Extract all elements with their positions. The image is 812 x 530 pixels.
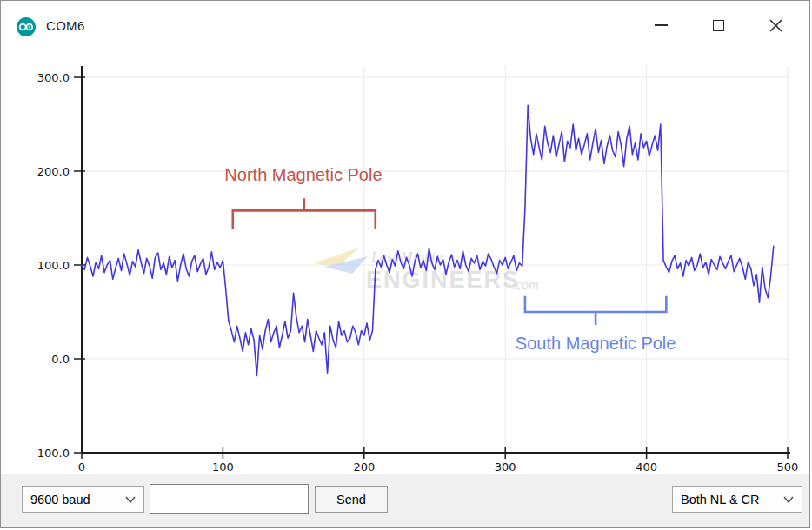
y-tick-label: 0.0 xyxy=(51,353,70,366)
x-tick-label: 100 xyxy=(212,460,234,474)
annotation-label: North Magnetic Pole xyxy=(224,165,382,184)
minimize-button[interactable] xyxy=(632,1,689,50)
x-tick-label: 0 xyxy=(78,460,85,474)
titlebar: COM6 xyxy=(1,1,809,50)
send-button[interactable]: Send xyxy=(315,486,388,513)
window-title: COM6 xyxy=(46,18,85,33)
x-tick-label: 300 xyxy=(495,460,516,474)
serial-message-input[interactable] xyxy=(150,484,309,514)
window-controls xyxy=(632,1,804,50)
annotation-label: South Magnetic Pole xyxy=(516,334,676,353)
maximize-button[interactable] xyxy=(689,1,747,50)
chevron-down-icon xyxy=(125,496,136,503)
baud-rate-value: 9600 baud xyxy=(30,493,120,507)
watermark-text: .com xyxy=(512,277,539,292)
chevron-down-icon xyxy=(783,496,794,503)
x-tick-label: 200 xyxy=(353,460,375,474)
arduino-icon xyxy=(16,17,37,37)
y-tick-label: 100.0 xyxy=(37,259,70,272)
maximize-icon xyxy=(713,20,724,31)
x-tick-label: 500 xyxy=(777,460,799,474)
annotation-bracket xyxy=(525,296,666,325)
minimize-icon xyxy=(655,24,668,26)
y-tick-label: 200.0 xyxy=(37,165,70,178)
line-ending-select[interactable]: Both NL & CR xyxy=(672,486,802,513)
annotation-bracket xyxy=(233,198,376,229)
x-tick-label: 400 xyxy=(636,460,657,474)
close-icon xyxy=(769,19,782,32)
close-button[interactable] xyxy=(747,1,804,50)
baud-rate-select[interactable]: 9600 baud xyxy=(22,486,144,513)
bottom-toolbar: 9600 baud Send Both NL & CR xyxy=(1,474,809,527)
serial-plotter-window: Last Minute ENGINEERS .com 0100200300400… xyxy=(0,0,810,528)
plot-canvas: Last Minute ENGINEERS .com 0100200300400… xyxy=(1,1,810,528)
line-ending-value: Both NL & CR xyxy=(681,493,778,507)
y-tick-label: 300.0 xyxy=(37,71,70,84)
y-tick-label: -100.0 xyxy=(33,447,70,460)
